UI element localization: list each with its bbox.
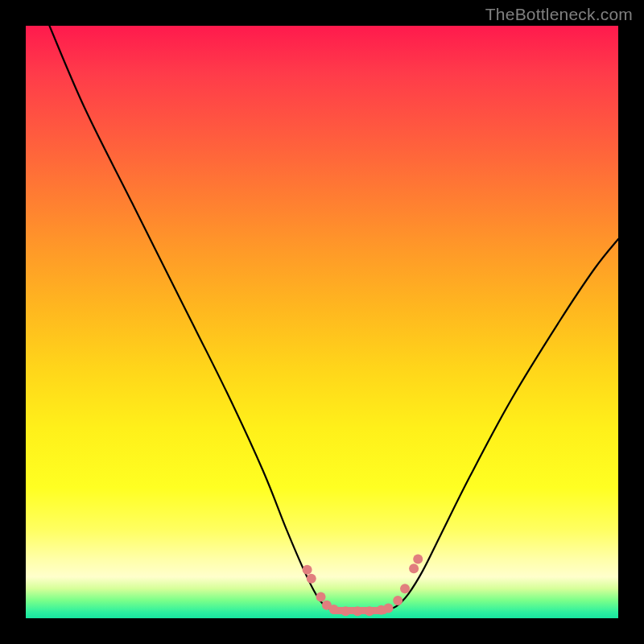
svg-rect-0: [331, 607, 387, 614]
highlight-dot: [316, 592, 326, 602]
highlight-dot: [400, 584, 410, 593]
curve-floor: [331, 609, 387, 611]
watermark-text: TheBottleneck.com: [485, 5, 633, 24]
highlight-dots: [303, 554, 423, 616]
highlight-dot: [341, 606, 350, 616]
highlight-dot: [322, 601, 332, 610]
curve-left: [49, 26, 331, 609]
highlight-dot: [365, 606, 374, 616]
highlight-dot: [303, 565, 312, 575]
chart-svg: [26, 26, 618, 618]
highlight-dot: [383, 603, 393, 613]
highlight-dot: [307, 574, 316, 584]
chart-frame: TheBottleneck.com: [0, 0, 644, 644]
curve-right: [387, 239, 618, 609]
highlight-dot: [409, 564, 419, 573]
floor-bar: [331, 607, 387, 614]
highlight-dot: [413, 554, 423, 564]
highlight-dot: [353, 606, 362, 616]
plot-area: [26, 26, 618, 618]
highlight-dot: [329, 605, 339, 614]
highlight-dot: [393, 596, 402, 605]
highlight-dot: [377, 605, 386, 615]
